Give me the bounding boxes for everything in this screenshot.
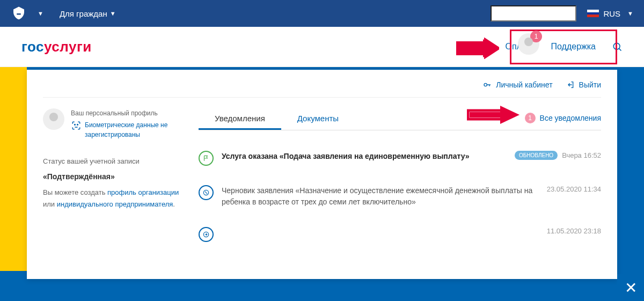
emblem-chevron-icon[interactable]: ▼ (38, 10, 43, 17)
account-status: Статус вашей учетной записи «Подтверждён… (43, 156, 182, 210)
annotation-arrow-icon (467, 104, 521, 126)
org-profile-link[interactable]: профиль организации (107, 188, 179, 196)
svg-point-2 (484, 83, 487, 86)
notification-list: Услуга оказана «Подача заявления на един… (199, 141, 601, 252)
svg-point-4 (77, 124, 78, 126)
logout-icon (566, 80, 575, 89)
all-notifications-link[interactable]: 1 Все уведомления (525, 113, 601, 123)
background-accent (0, 67, 27, 271)
tab-notifications[interactable]: Уведомления (199, 108, 281, 130)
dropdown-panel: Личный кабинет Выйти Ваш персональный пр… (27, 70, 617, 279)
personal-cabinet-link[interactable]: Личный кабинет (483, 80, 552, 89)
tabs: Уведомления Документы 1 Все уведомления (199, 108, 601, 130)
draft-icon (199, 185, 214, 200)
status-value: «Подтверждённая» (43, 171, 182, 183)
svg-rect-6 (470, 112, 502, 118)
notification-time: 23.05.2020 11:34 (547, 185, 601, 193)
flag-icon (199, 151, 214, 166)
create-profile-text: Вы можете создать профиль организации ил… (43, 187, 182, 210)
topbar-search-input[interactable] (491, 5, 576, 21)
audience-label: Для граждан (60, 9, 107, 18)
chevron-down-icon: ▼ (627, 10, 633, 17)
notification-item[interactable]: Черновик заявления «Назначение и осущест… (199, 175, 601, 217)
topbar: ▼ Для граждан ▼ RUS ▼ (0, 0, 644, 27)
svg-point-3 (75, 124, 76, 126)
biometric-link[interactable]: Биометрические данные не зарегистрирован… (71, 120, 182, 140)
incoming-icon (199, 227, 214, 242)
notification-title: Черновик заявления «Назначение и осущест… (222, 185, 539, 208)
notification-item[interactable]: Услуга оказана «Подача заявления на един… (199, 141, 601, 175)
tab-documents[interactable]: Документы (281, 108, 355, 130)
notification-badge: 1 (530, 31, 542, 42)
lang-label: RUS (603, 9, 620, 18)
face-id-icon (71, 120, 82, 131)
status-label: Статус вашей учетной записи (43, 156, 182, 167)
close-button[interactable]: ✕ (617, 274, 644, 301)
annotation-arrow-icon (456, 38, 499, 59)
notifications-area: Уведомления Документы 1 Все уведомления (193, 108, 601, 252)
profile-avatar-icon (43, 108, 64, 130)
flag-ru-icon (587, 10, 599, 17)
ip-profile-link[interactable]: индивидуального предпринимателя (57, 200, 173, 208)
svg-rect-1 (457, 43, 485, 53)
notification-time: Вчера 16:52 (562, 151, 601, 159)
audience-selector[interactable]: Для граждан ▼ (60, 9, 116, 18)
logout-link[interactable]: Выйти (566, 80, 601, 89)
notification-item[interactable]: 11.05.2020 23:18 (199, 217, 601, 252)
profile-sidebar: Ваш персональный профиль Биометрические … (43, 108, 193, 252)
notification-time: 11.05.2020 23:18 (547, 227, 601, 235)
chevron-down-icon: ▼ (110, 10, 116, 17)
notification-title: Услуга оказана «Подача заявления на един… (222, 151, 507, 162)
panel-top-links: Личный кабинет Выйти (43, 80, 601, 98)
emblem-icon (11, 5, 27, 21)
header-avatar[interactable]: 1 (518, 33, 539, 55)
profile-title: Ваш персональный профиль (71, 108, 182, 118)
language-selector[interactable]: RUS ▼ (587, 9, 633, 18)
key-icon (483, 80, 492, 89)
updated-pill: ОБНОВЛЕНО (515, 151, 558, 160)
close-icon: ✕ (625, 279, 637, 297)
logo[interactable]: госуслуги (21, 39, 92, 55)
notification-count-badge: 1 (525, 113, 536, 123)
